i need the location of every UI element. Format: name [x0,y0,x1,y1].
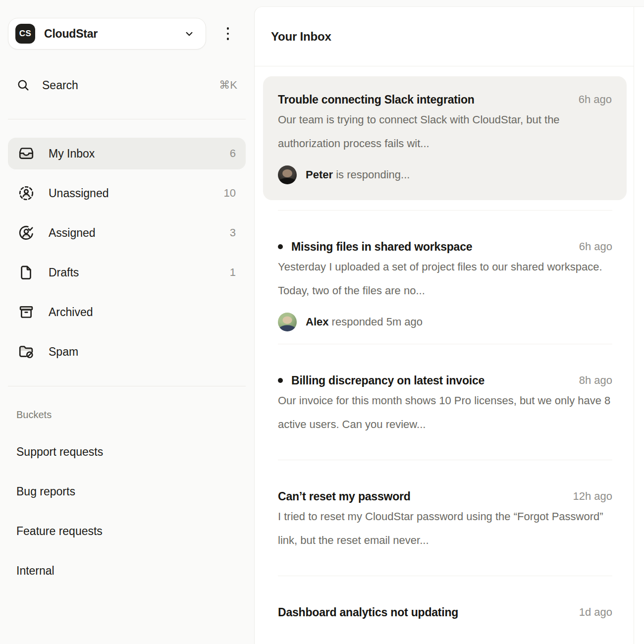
conversation-title: Trouble connecting Slack integration [278,93,571,107]
buckets-section-label: Buckets [16,409,52,421]
conversation-preview: Yesterday I uploaded a set of project fi… [278,255,612,303]
assigned-icon [18,224,35,241]
inbox-icon [18,145,35,162]
drafts-icon [18,264,35,281]
kebab-dot [227,27,229,30]
sidebar-item-count: 1 [230,266,236,279]
sidebar-divider [8,119,246,119]
bucket-item-bug-reports[interactable]: Bug reports [16,483,75,499]
conversation-time: 8h ago [579,374,612,387]
sidebar-item-label: Drafts [49,266,230,279]
avatar [278,165,297,184]
search-input[interactable]: Search ⌘K [8,73,246,97]
spam-icon [18,343,35,360]
sidebar-item-assigned[interactable]: Assigned 3 [8,217,246,249]
kebab-dot [227,33,229,35]
bucket-label: Bug reports [16,485,75,498]
sidebar-item-drafts[interactable]: Drafts 1 [8,257,246,288]
sidebar-item-label: My Inbox [49,147,230,161]
conversation-card[interactable]: Trouble connecting Slack integration 6h … [263,76,627,200]
bucket-label: Internal [16,564,54,578]
sidebar-divider [8,386,246,386]
workspace-switcher[interactable]: CS CloudStar [8,18,206,50]
sidebar-item-spam[interactable]: Spam [8,336,246,368]
sidebar-item-label: Archived [49,306,236,319]
conversation-row[interactable]: Dashboard analytics not updating 1d ago [278,576,612,643]
inbox-panel: Your Inbox Trouble connecting Slack inte… [254,6,644,644]
app-root: CS CloudStar Search ⌘K My Inbox 6 [0,0,644,644]
sidebar-item-count: 6 [230,147,236,160]
conversation-preview: Our invoice for this month shows 10 Pro … [278,389,612,436]
responder-name: Peter [306,168,333,181]
responder-status: Alex responded 5m ago [306,316,423,328]
responder-status: Peter is responding... [306,168,410,181]
page-title: Your Inbox [271,30,331,44]
conversation-title: Can’t reset my password [278,490,565,503]
conversation-preview: Our team is trying to connect Slack with… [278,108,610,156]
unread-dot [278,378,283,383]
conversation-time: 12h ago [573,490,612,503]
search-shortcut: ⌘K [219,79,237,92]
bucket-label: Support requests [16,445,103,459]
sidebar-item-label: Spam [49,345,236,359]
avatar [278,313,297,331]
responder-row: Peter is responding... [278,165,612,184]
sidebar-nav: My Inbox 6 Unassigned 10 [8,138,246,376]
conversation-title: Missing files in shared workspace [291,240,571,254]
bucket-item-support-requests[interactable]: Support requests [16,444,103,460]
chevron-down-icon [183,27,196,40]
sidebar: CS CloudStar Search ⌘K My Inbox 6 [0,0,254,644]
unread-dot [278,244,283,249]
sidebar-item-unassigned[interactable]: Unassigned 10 [8,177,246,209]
sidebar-item-count: 10 [224,187,236,200]
sidebar-item-archived[interactable]: Archived [8,296,246,328]
sidebar-menu-button[interactable] [220,22,236,46]
search-label: Search [42,79,219,92]
bucket-label: Feature requests [16,525,103,538]
conversation-time: 6h ago [579,93,612,106]
conversation-time: 1d ago [579,606,612,619]
workspace-name: CloudStar [44,27,183,41]
conversation-row[interactable]: Billing discrepancy on latest invoice 8h… [278,344,612,460]
bucket-item-feature-requests[interactable]: Feature requests [16,523,103,539]
conversation-time: 6h ago [579,240,612,253]
conversation-row[interactable]: Can’t reset my password 12h ago I tried … [278,460,612,576]
sidebar-item-count: 3 [230,226,236,239]
inbox-header: Your Inbox [255,7,644,66]
responder-row: Alex responded 5m ago [278,313,612,331]
conversation-title: Dashboard analytics not updating [278,606,571,619]
sidebar-item-label: Unassigned [49,187,224,200]
kebab-dot [227,38,229,40]
workspace-logo: CS [15,24,35,44]
search-icon [16,78,30,92]
bucket-item-internal[interactable]: Internal [16,563,54,579]
sidebar-item-my-inbox[interactable]: My Inbox 6 [8,138,246,169]
unassigned-icon [18,185,35,202]
conversation-row[interactable]: Missing files in shared workspace 6h ago… [278,210,612,344]
responder-name: Alex [306,316,328,328]
archived-icon [18,304,35,321]
sidebar-item-label: Assigned [49,226,230,240]
conversation-list: Trouble connecting Slack integration 6h … [255,76,644,643]
conversation-title: Billing discrepancy on latest invoice [291,374,571,387]
conversation-preview: I tried to reset my CloudStar password u… [278,505,612,552]
